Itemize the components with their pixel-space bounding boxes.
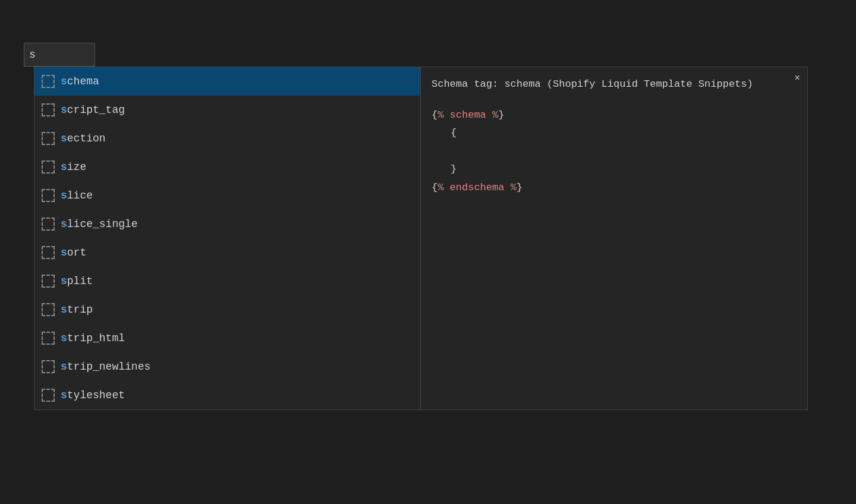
code-space-2 [486,109,492,121]
code-space-4 [504,182,510,193]
snippet-icon-strip_newlines [42,360,55,373]
suggestion-schema[interactable]: schema [34,67,420,96]
suggestion-strip_html[interactable]: strip_html [34,324,420,352]
suggestion-label-split: split [61,275,93,287]
suggestion-strip[interactable]: strip [34,295,420,324]
code-close-brace-2: } [517,182,523,193]
suggestion-label-size: size [61,161,86,173]
suggestion-label-slice: slice [61,190,93,201]
highlight-s: s [61,104,67,116]
highlight-s: s [61,75,67,87]
highlight-s: s [61,247,67,259]
autocomplete-container: schema script_tag section size slice [34,67,808,410]
highlight-s: s [61,190,67,201]
search-input[interactable] [29,49,90,61]
suggestions-list: schema script_tag section size slice [34,67,421,410]
snippet-icon-section [42,132,55,145]
highlight-s: s [61,161,67,173]
snippet-icon-split [42,275,55,288]
highlight-s: s [61,361,67,373]
code-percent-1: % [438,109,443,121]
code-open-curly: { [451,127,457,138]
suggestion-label-strip_html: strip_html [61,332,125,344]
snippet-icon-size [42,160,55,174]
code-line-3 [432,143,797,161]
doc-code: {% schema %} { } {% endschema %} [432,106,797,197]
suggestion-strip_newlines[interactable]: strip_newlines [34,352,420,381]
suggestion-split[interactable]: split [34,267,420,295]
highlight-s: s [61,133,67,144]
snippet-icon-stylesheet [42,389,55,402]
suggestion-label-sort: sort [61,247,86,259]
suggestion-slice[interactable]: slice [34,181,420,210]
code-close-brace-1: } [498,109,504,121]
highlight-s: s [61,389,67,401]
code-percent-4: % [511,182,517,193]
suggestion-size[interactable]: size [34,153,420,181]
code-tag-schema: schema [450,109,486,121]
highlight-s: s [61,218,67,230]
search-bar[interactable] [24,43,95,67]
suggestion-label-slice_single: slice_single [61,218,138,230]
suggestion-stylesheet[interactable]: stylesheet [34,381,420,410]
code-line-4: } [432,160,797,179]
close-button[interactable]: × [794,73,800,84]
code-space-3 [443,182,449,193]
suggestion-slice_single[interactable]: slice_single [34,210,420,238]
suggestion-label-strip_newlines: strip_newlines [61,361,150,373]
suggestion-sort[interactable]: sort [34,238,420,267]
code-percent-3: % [438,182,443,193]
code-close-curly: } [451,163,457,175]
code-percent-2: % [492,109,498,121]
snippet-icon-sort [42,246,55,259]
suggestion-label-stylesheet: stylesheet [61,389,125,401]
snippet-icon-schema [42,75,55,88]
highlight-s: s [61,275,67,287]
code-space-1 [443,109,449,121]
code-line-2: { [432,124,797,143]
suggestion-script_tag[interactable]: script_tag [34,96,420,124]
suggestion-label-script_tag: script_tag [61,104,125,116]
snippet-icon-slice_single [42,218,55,231]
suggestion-label-section: section [61,133,106,144]
snippet-icon-strip_html [42,332,55,345]
highlight-s: s [61,304,67,316]
code-tag-endschema: endschema [450,182,505,193]
suggestion-section[interactable]: section [34,124,420,153]
snippet-icon-slice [42,189,55,202]
snippet-icon-script_tag [42,103,55,116]
highlight-s: s [61,332,67,344]
code-line-1: {% schema %} [432,106,797,125]
snippet-icon-strip [42,303,55,316]
suggestion-label-strip: strip [61,304,93,316]
doc-panel: × Schema tag: schema (Shopify Liquid Tem… [421,67,807,410]
code-line-5: {% endschema %} [432,179,797,197]
code-open-brace-2: { [432,182,438,193]
doc-title: Schema tag: schema (Shopify Liquid Templ… [432,77,782,92]
suggestion-label-schema: schema [61,75,99,87]
code-open-brace-1: { [432,109,438,121]
